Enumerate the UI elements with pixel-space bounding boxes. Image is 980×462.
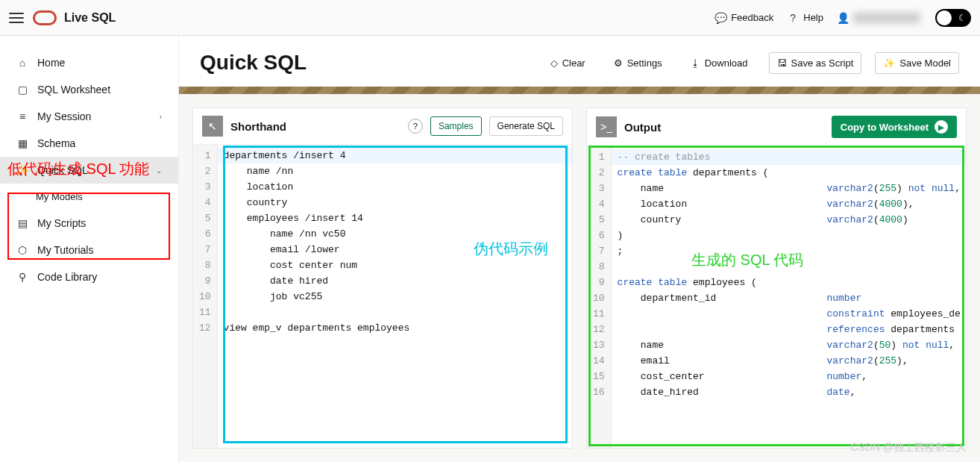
chevron-right-icon: ›: [160, 113, 162, 121]
page-title: Quick SQL: [200, 51, 530, 75]
sidebar-label: Schema: [37, 137, 75, 149]
shorthand-editor[interactable]: 123456789101112 departments /insert 4 na…: [193, 145, 572, 448]
sidebar-label: My Scripts: [37, 217, 86, 229]
scripts-icon: ▤: [16, 217, 28, 229]
copy-to-worksheet-button[interactable]: Copy to Worksheet ▶: [832, 116, 957, 138]
shorthand-code[interactable]: departments /insert 4 name /nn location …: [218, 145, 572, 448]
sidebar-label: SQL Worksheet: [37, 84, 110, 96]
shorthand-panel: ↖ Shorthand ? Samples Generate SQL 12345…: [192, 107, 573, 449]
sidebar-item-my-session[interactable]: ≡ My Session ›: [0, 103, 178, 130]
worksheet-icon: ▢: [16, 84, 28, 96]
shorthand-gutter: 123456789101112: [193, 145, 218, 448]
sidebar-label: My Tutorials: [37, 244, 93, 256]
stripe-divider: [179, 87, 980, 94]
clear-button[interactable]: ◇Clear: [543, 53, 593, 73]
user-icon: 👤: [837, 12, 849, 24]
library-icon: ⚲: [16, 271, 28, 283]
shorthand-title: Shorthand: [230, 120, 286, 133]
menu-icon[interactable]: [9, 13, 24, 23]
content: Quick SQL ◇Clear ⚙Settings ⭳Download 🖫Sa…: [179, 36, 980, 462]
sidebar-sub-my-models[interactable]: My Models: [0, 184, 178, 210]
sidebar: ⌂ Home ▢ SQL Worksheet ≡ My Session › ▦ …: [0, 36, 179, 462]
sidebar-item-my-scripts[interactable]: ▤ My Scripts: [0, 210, 178, 237]
feedback-link[interactable]: 💬 Feedback: [714, 12, 773, 24]
output-panel: >_ Output Copy to Worksheet ▶ 12⌄3456789…: [586, 107, 967, 449]
clear-label: Clear: [562, 57, 585, 69]
magic-icon: ✨: [16, 164, 28, 176]
settings-button[interactable]: ⚙Settings: [606, 53, 670, 73]
sidebar-label: Code Library: [37, 271, 97, 283]
oracle-logo: [33, 10, 57, 25]
help-link[interactable]: ? Help: [787, 12, 823, 24]
output-header: >_ Output Copy to Worksheet ▶: [587, 108, 966, 146]
output-code: -- create tablescreate table departments…: [612, 146, 966, 448]
user-menu[interactable]: 👤: [837, 12, 920, 24]
copy-label: Copy to Worksheet: [841, 122, 929, 133]
sidebar-item-schema[interactable]: ▦ Schema: [0, 130, 178, 157]
user-name: [853, 13, 920, 23]
app-title: Live SQL: [64, 11, 116, 25]
tutorials-icon: ⬡: [16, 244, 28, 256]
settings-label: Settings: [627, 57, 662, 69]
download-icon: ⭳: [691, 57, 700, 69]
magic-icon: ✨: [883, 57, 895, 69]
feedback-label: Feedback: [731, 12, 773, 23]
home-icon: ⌂: [16, 57, 28, 69]
sidebar-item-home[interactable]: ⌂ Home: [0, 49, 178, 76]
download-button[interactable]: ⭳Download: [683, 53, 756, 73]
cursor-icon: ↖: [202, 116, 223, 137]
sidebar-label: My Session: [37, 110, 91, 122]
help-label: Help: [803, 12, 823, 23]
top-bar: Live SQL 💬 Feedback ? Help 👤 ☾: [0, 0, 980, 36]
gear-icon: ⚙: [614, 57, 623, 69]
eraser-icon: ◇: [550, 57, 558, 69]
output-viewer[interactable]: 12⌄3456789⌄10111213141516 -- create tabl…: [587, 146, 966, 448]
page-header: Quick SQL ◇Clear ⚙Settings ⭳Download 🖫Sa…: [179, 36, 980, 87]
output-gutter: 12⌄3456789⌄10111213141516: [587, 146, 612, 448]
save-icon: 🖫: [777, 57, 787, 69]
download-label: Download: [705, 57, 748, 69]
sidebar-item-code-library[interactable]: ⚲ Code Library: [0, 263, 178, 290]
terminal-icon: >_: [596, 116, 617, 137]
save-script-label: Save as Script: [791, 57, 854, 69]
sidebar-item-quick-sql[interactable]: ✨ Quick SQL ⌄: [0, 157, 178, 184]
shorthand-header: ↖ Shorthand ? Samples Generate SQL: [193, 108, 572, 145]
save-model-button[interactable]: ✨Save Model: [875, 52, 959, 74]
help-icon: ?: [787, 12, 799, 24]
schema-icon: ▦: [16, 137, 28, 149]
moon-icon: ☾: [958, 13, 967, 23]
output-title: Output: [624, 121, 661, 134]
chat-icon: 💬: [714, 12, 726, 24]
sidebar-item-my-tutorials[interactable]: ⬡ My Tutorials: [0, 237, 178, 263]
session-icon: ≡: [16, 110, 28, 122]
generate-sql-button[interactable]: Generate SQL: [489, 116, 563, 136]
samples-button[interactable]: Samples: [430, 116, 482, 136]
theme-toggle[interactable]: ☾: [935, 9, 971, 27]
help-circle-icon[interactable]: ?: [408, 119, 423, 134]
save-script-button[interactable]: 🖫Save as Script: [769, 52, 862, 74]
sidebar-label: Quick SQL: [37, 164, 88, 176]
play-icon: ▶: [935, 120, 948, 134]
sidebar-item-sql-worksheet[interactable]: ▢ SQL Worksheet: [0, 76, 178, 103]
save-model-label: Save Model: [899, 57, 951, 69]
sidebar-label: Home: [37, 57, 65, 69]
chevron-down-icon: ⌄: [156, 166, 162, 175]
toggle-knob: [937, 10, 952, 25]
